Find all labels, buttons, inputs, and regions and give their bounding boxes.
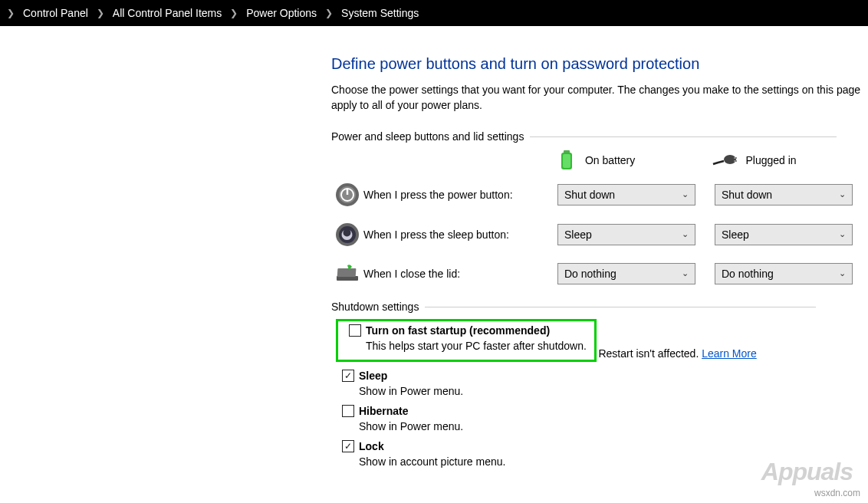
close-lid-battery-dropdown[interactable]: Do nothing⌄ (557, 263, 695, 284)
page-title: Define power buttons and turn on passwor… (331, 55, 868, 73)
plug-icon (712, 152, 738, 169)
sleep-button-row: When I press the sleep button: Sleep⌄ Sl… (331, 222, 868, 247)
hibernate-checkbox[interactable] (342, 405, 354, 417)
main-content: Define power buttons and turn on passwor… (0, 26, 868, 468)
sleep-button-icon (335, 222, 360, 247)
breadcrumb-control-panel[interactable]: Control Panel (17, 4, 94, 22)
chevron-down-icon: ⌄ (682, 189, 689, 199)
breadcrumb-all-items[interactable]: All Control Panel Items (107, 4, 228, 22)
watermark-logo: Appuals (761, 458, 853, 486)
sleep-title: Sleep (359, 370, 387, 382)
hibernate-title: Hibernate (359, 405, 409, 417)
chevron-right-icon: ❯ (5, 8, 17, 18)
sleep-desc: Show in Power menu. (359, 385, 868, 397)
power-button-label: When I press the power button: (363, 189, 557, 201)
plugged-in-label: Plugged in (745, 154, 796, 166)
chevron-right-icon: ❯ (323, 8, 335, 18)
group-power-buttons-label: Power and sleep buttons and lid settings (331, 130, 868, 143)
svg-point-11 (339, 226, 356, 243)
lock-title: Lock (359, 440, 384, 452)
svg-point-3 (724, 155, 736, 164)
power-button-plugged-dropdown[interactable]: Shut down⌄ (715, 184, 853, 205)
svg-rect-13 (337, 268, 357, 277)
on-battery-label: On battery (585, 154, 635, 166)
sleep-button-label: When I press the sleep button: (363, 228, 557, 241)
close-lid-label: When I close the lid: (363, 268, 557, 280)
sleep-button-battery-dropdown[interactable]: Sleep⌄ (557, 224, 695, 245)
svg-rect-2 (563, 154, 570, 168)
chevron-down-icon: ⌄ (682, 268, 689, 278)
fast-startup-desc-2: Restart isn't affected. (598, 347, 702, 360)
power-button-battery-dropdown[interactable]: Shut down⌄ (557, 184, 695, 205)
chevron-right-icon: ❯ (228, 8, 240, 18)
chevron-down-icon: ⌄ (839, 229, 846, 239)
chevron-down-icon: ⌄ (839, 189, 846, 199)
chevron-right-icon: ❯ (94, 8, 107, 18)
fast-startup-desc-1: This helps start your PC faster after sh… (366, 340, 590, 352)
lock-checkbox[interactable]: ✓ (342, 440, 354, 452)
breadcrumb-power-options[interactable]: Power Options (240, 4, 323, 22)
lid-close-icon (334, 262, 361, 285)
page-description: Choose the power settings that you want … (331, 82, 868, 113)
watermark-text: wsxdn.com (814, 488, 860, 498)
svg-rect-4 (734, 157, 737, 159)
chevron-down-icon: ⌄ (682, 229, 689, 239)
fast-startup-title: Turn on fast startup (recommended) (366, 324, 550, 337)
group-shutdown-label: Shutdown settings (331, 301, 868, 313)
on-battery-header: On battery (556, 149, 712, 172)
close-lid-row: When I close the lid: Do nothing⌄ Do not… (331, 262, 868, 285)
plugged-in-header: Plugged in (712, 152, 868, 169)
chevron-down-icon: ⌄ (839, 268, 846, 278)
svg-rect-5 (734, 160, 737, 162)
close-lid-plugged-dropdown[interactable]: Do nothing⌄ (715, 263, 853, 284)
sleep-button-plugged-dropdown[interactable]: Sleep⌄ (715, 224, 853, 245)
power-button-icon (335, 182, 360, 207)
battery-icon (556, 149, 577, 172)
fast-startup-checkbox[interactable] (349, 324, 361, 337)
hibernate-desc: Show in Power menu. (359, 420, 868, 432)
power-button-row: When I press the power button: Shut down… (331, 182, 868, 207)
breadcrumb-system-settings[interactable]: System Settings (335, 4, 425, 22)
breadcrumb-bar: ❯ Control Panel ❯ All Control Panel Item… (0, 0, 868, 26)
column-headers: On battery Plugged in (331, 149, 868, 172)
sleep-checkbox[interactable]: ✓ (342, 370, 354, 382)
highlight-annotation: Turn on fast startup (recommended) This … (336, 319, 597, 362)
learn-more-link[interactable]: Learn More (702, 347, 757, 360)
